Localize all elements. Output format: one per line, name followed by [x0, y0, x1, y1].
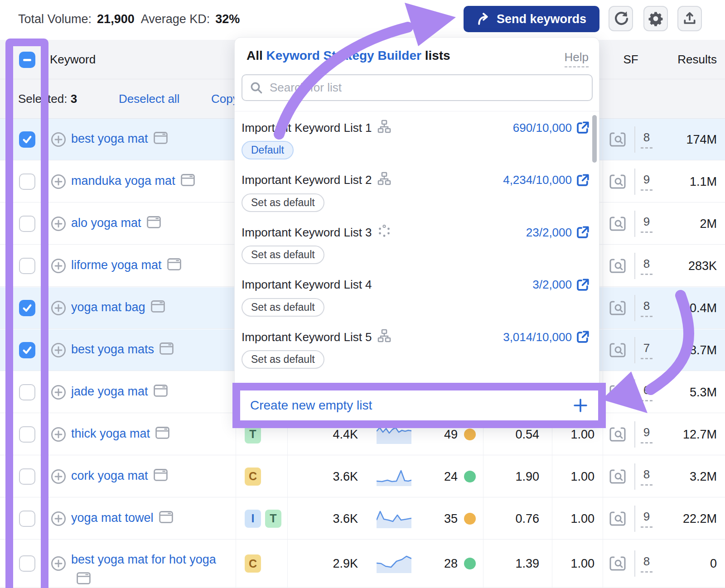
sf-count[interactable]: 8: [638, 257, 655, 275]
row-checkbox[interactable]: [19, 342, 35, 358]
list-count[interactable]: 4,234/10,000: [503, 172, 572, 189]
sf-count[interactable]: 8: [638, 554, 655, 573]
serp-window-icon[interactable]: [147, 214, 161, 234]
list-count[interactable]: 23/2,000: [526, 224, 572, 241]
row-checkbox[interactable]: [19, 468, 35, 485]
row-checkbox[interactable]: [19, 511, 35, 527]
serp-window-icon[interactable]: [181, 172, 195, 192]
sf-count[interactable]: 9: [638, 215, 655, 233]
keyword-link[interactable]: best yoga mat for hot yoga: [71, 553, 216, 566]
serp-preview-icon[interactable]: [609, 343, 626, 357]
export-button[interactable]: [677, 6, 702, 31]
set-as-default-button[interactable]: Set as default: [242, 193, 324, 212]
serp-preview-icon[interactable]: [609, 259, 626, 273]
keyword-list-item[interactable]: Important Keyword List 323/2,000Set as d…: [235, 218, 599, 270]
add-keyword-icon[interactable]: [51, 342, 66, 358]
create-new-empty-list-button[interactable]: Create new empty list: [250, 398, 372, 413]
keyword-strategy-builder-link[interactable]: Keyword Strategy Builder: [266, 48, 421, 63]
add-keyword-icon[interactable]: [51, 556, 66, 571]
column-header-results[interactable]: Results: [657, 40, 717, 79]
add-keyword-icon[interactable]: [51, 174, 66, 189]
sf-count[interactable]: 8: [638, 130, 655, 149]
serp-preview-icon[interactable]: [609, 427, 626, 442]
row-checkbox[interactable]: [19, 555, 35, 572]
keyword-list-item[interactable]: Important Keyword List 1690/10,000Defaul…: [235, 114, 599, 166]
column-header-keyword[interactable]: Keyword: [50, 40, 96, 79]
serp-preview-icon[interactable]: [609, 217, 626, 231]
keyword-list-item[interactable]: Important Keyword List 53,014/10,000Set …: [235, 323, 599, 375]
serp-preview-icon[interactable]: [609, 556, 626, 571]
list-count[interactable]: 690/10,000: [513, 119, 572, 136]
row-checkbox[interactable]: [19, 300, 35, 316]
plus-icon[interactable]: [573, 398, 588, 413]
keyword-list-item[interactable]: Important Keyword List 24,234/10,000Set …: [235, 166, 599, 218]
add-keyword-icon[interactable]: [51, 385, 66, 400]
external-link-icon[interactable]: [576, 278, 590, 292]
keyword-link[interactable]: best yoga mats: [71, 342, 154, 356]
row-checkbox[interactable]: [19, 216, 35, 232]
keyword-link[interactable]: liforme yoga mat: [71, 258, 162, 271]
list-search-input[interactable]: [270, 81, 585, 95]
set-as-default-button[interactable]: Set as default: [242, 246, 324, 264]
keyword-link[interactable]: yoga mat bag: [71, 300, 145, 313]
serp-window-icon[interactable]: [151, 299, 165, 318]
serp-preview-icon[interactable]: [609, 385, 626, 400]
external-link-icon[interactable]: [576, 226, 590, 239]
add-keyword-icon[interactable]: [51, 511, 66, 526]
add-keyword-icon[interactable]: [51, 258, 66, 274]
deselect-all-button[interactable]: Deselect all: [119, 79, 179, 119]
row-checkbox[interactable]: [19, 174, 35, 190]
external-link-icon[interactable]: [576, 174, 590, 187]
add-keyword-icon[interactable]: [51, 469, 66, 484]
keyword-link[interactable]: best yoga mat: [71, 131, 148, 145]
add-keyword-icon[interactable]: [51, 427, 66, 442]
list-search-box[interactable]: [242, 74, 593, 101]
serp-window-icon[interactable]: [159, 509, 173, 529]
sf-count[interactable]: 7: [638, 341, 655, 359]
serp-window-icon[interactable]: [154, 467, 168, 487]
serp-window-icon[interactable]: [154, 383, 168, 402]
select-all-checkbox[interactable]: [19, 52, 35, 68]
sf-count[interactable]: 8: [638, 468, 655, 486]
keyword-link[interactable]: thick yoga mat: [71, 426, 150, 440]
set-as-default-button[interactable]: Set as default: [242, 298, 324, 317]
sf-count[interactable]: 8: [638, 299, 655, 317]
serp-preview-icon[interactable]: [609, 132, 626, 147]
serp-window-icon[interactable]: [77, 571, 91, 588]
external-link-icon[interactable]: [576, 330, 590, 344]
serp-window-icon[interactable]: [167, 256, 181, 276]
external-link-icon[interactable]: [576, 121, 590, 135]
serp-window-icon[interactable]: [160, 341, 174, 360]
add-keyword-icon[interactable]: [51, 216, 66, 231]
serp-preview-icon[interactable]: [609, 174, 626, 189]
keyword-list-item[interactable]: Important Keyword List 43/2,000Set as de…: [235, 271, 599, 323]
serp-window-icon[interactable]: [154, 130, 168, 149]
serp-preview-icon[interactable]: [609, 511, 626, 526]
add-keyword-icon[interactable]: [51, 300, 66, 316]
settings-button[interactable]: [643, 6, 668, 31]
modal-scrollbar-thumb[interactable]: [592, 115, 597, 163]
help-link[interactable]: Help: [565, 50, 589, 67]
send-keywords-button[interactable]: Send keywords: [464, 6, 599, 32]
set-as-default-button[interactable]: Set as default: [242, 350, 324, 369]
sf-count[interactable]: 9: [638, 173, 655, 191]
row-checkbox[interactable]: [19, 258, 35, 274]
row-checkbox[interactable]: [19, 131, 35, 148]
keyword-link[interactable]: jade yoga mat: [71, 384, 148, 398]
sf-count[interactable]: 9: [638, 425, 655, 443]
row-checkbox[interactable]: [19, 384, 35, 400]
row-checkbox[interactable]: [19, 426, 35, 443]
serp-preview-icon[interactable]: [609, 301, 626, 315]
list-count[interactable]: 3/2,000: [532, 276, 572, 294]
keyword-link[interactable]: manduka yoga mat: [71, 174, 175, 187]
keyword-link[interactable]: yoga mat towel: [71, 511, 154, 524]
list-count[interactable]: 3,014/10,000: [503, 328, 572, 346]
add-keyword-icon[interactable]: [51, 132, 66, 147]
serp-window-icon[interactable]: [155, 425, 169, 444]
keyword-link[interactable]: alo yoga mat: [71, 216, 141, 229]
refresh-button[interactable]: [609, 6, 633, 31]
sf-count[interactable]: 6: [638, 383, 655, 401]
keyword-link[interactable]: cork yoga mat: [71, 468, 148, 482]
serp-preview-icon[interactable]: [609, 469, 626, 484]
column-header-sf[interactable]: SF: [616, 40, 645, 79]
